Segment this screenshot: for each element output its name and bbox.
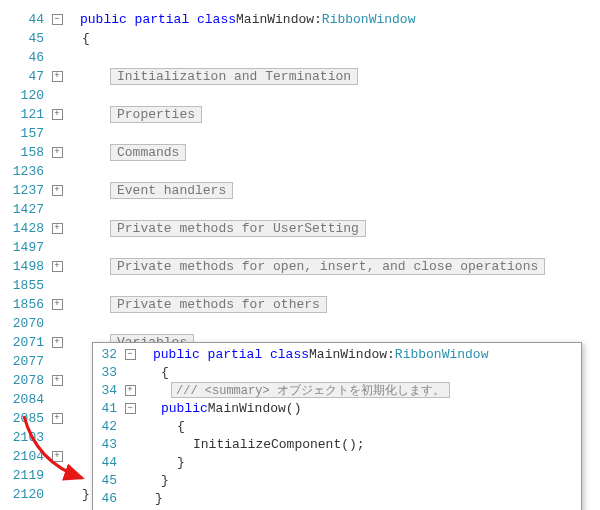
fold-toggle-icon[interactable]: +: [52, 451, 63, 462]
code-line: 1856+Private methods for others: [10, 295, 590, 314]
line-number: 2070: [10, 316, 50, 331]
fold-toggle-icon[interactable]: +: [52, 261, 63, 272]
fold-gutter[interactable]: +: [50, 413, 64, 424]
fold-toggle-icon[interactable]: −: [52, 14, 63, 25]
code-line: 47+Initialization and Termination: [10, 67, 590, 86]
collapsed-region[interactable]: Initialization and Termination: [78, 68, 358, 85]
line-number: 44: [93, 455, 123, 470]
collapsed-region[interactable]: Private methods for others: [78, 296, 327, 313]
open-brace: {: [151, 365, 169, 380]
fold-gutter[interactable]: +: [50, 109, 64, 120]
fold-gutter[interactable]: +: [50, 299, 64, 310]
code-line: 46}: [93, 489, 581, 507]
collapsed-region[interactable]: Event handlers: [78, 182, 233, 199]
fold-gutter[interactable]: +: [123, 385, 137, 396]
code-line: 41−public MainWindow(): [93, 399, 581, 417]
line-number: 45: [10, 31, 50, 46]
close-brace: }: [151, 473, 169, 488]
line-number: 2071: [10, 335, 50, 350]
fold-gutter[interactable]: +: [50, 261, 64, 272]
fold-gutter[interactable]: +: [50, 375, 64, 386]
collapsed-comment[interactable]: /// <summary> オブジェクトを初期化します。: [151, 382, 450, 398]
line-number: 2104: [10, 449, 50, 464]
close-brace: }: [151, 455, 185, 470]
collapsed-region[interactable]: Properties: [78, 106, 202, 123]
collapsed-region[interactable]: Private methods for UserSetting: [78, 220, 366, 237]
line-number: 1855: [10, 278, 50, 293]
line-number: 2119: [10, 468, 50, 483]
constructor-declaration: public MainWindow(): [151, 401, 301, 416]
line-number: 2078: [10, 373, 50, 388]
fold-gutter[interactable]: +: [50, 147, 64, 158]
line-number: 1237: [10, 183, 50, 198]
code-line: 33{: [93, 363, 581, 381]
code-line: 45}: [93, 471, 581, 489]
code-line: 1236: [10, 162, 590, 181]
class-declaration: public partial class MainWindow : Ribbon…: [78, 12, 415, 27]
line-number: 1427: [10, 202, 50, 217]
line-number: 121: [10, 107, 50, 122]
fold-toggle-icon[interactable]: +: [52, 413, 63, 424]
code-preview-popup: 32−public partial class MainWindow : Rib…: [92, 342, 582, 510]
line-number: 46: [10, 50, 50, 65]
collapsed-region[interactable]: Commands: [78, 144, 186, 161]
fold-gutter[interactable]: −: [50, 14, 64, 25]
fold-gutter[interactable]: +: [50, 337, 64, 348]
fold-gutter[interactable]: +: [50, 223, 64, 234]
line-number: 42: [93, 419, 123, 434]
fold-toggle-icon[interactable]: +: [52, 375, 63, 386]
code-line: 44−public partial class MainWindow : Rib…: [10, 10, 590, 29]
code-line: 43InitializeComponent();: [93, 435, 581, 453]
close-brace: }: [151, 491, 163, 506]
fold-gutter[interactable]: +: [50, 451, 64, 462]
fold-gutter[interactable]: −: [123, 403, 137, 414]
line-number: 1498: [10, 259, 50, 274]
code-line: 34+/// <summary> オブジェクトを初期化します。: [93, 381, 581, 399]
class-declaration: public partial class MainWindow : Ribbon…: [151, 347, 488, 362]
fold-toggle-icon[interactable]: −: [125, 403, 136, 414]
code-line: 1428+Private methods for UserSetting: [10, 219, 590, 238]
line-number: 157: [10, 126, 50, 141]
line-number: 2084: [10, 392, 50, 407]
fold-toggle-icon[interactable]: +: [52, 109, 63, 120]
line-number: 2085: [10, 411, 50, 426]
code-line: 158+Commands: [10, 143, 590, 162]
fold-toggle-icon[interactable]: +: [52, 337, 63, 348]
fold-toggle-icon[interactable]: +: [52, 185, 63, 196]
method-call: InitializeComponent();: [151, 437, 365, 452]
fold-toggle-icon[interactable]: +: [52, 299, 63, 310]
code-line: 121+Properties: [10, 105, 590, 124]
line-number: 158: [10, 145, 50, 160]
open-brace: {: [151, 419, 185, 434]
code-line: 1497: [10, 238, 590, 257]
line-number: 47: [10, 69, 50, 84]
code-line: 32−public partial class MainWindow : Rib…: [93, 345, 581, 363]
line-number: 34: [93, 383, 123, 398]
fold-toggle-icon[interactable]: −: [125, 349, 136, 360]
fold-toggle-icon[interactable]: +: [125, 385, 136, 396]
fold-gutter[interactable]: −: [123, 349, 137, 360]
code-line: 1237+Event handlers: [10, 181, 590, 200]
fold-gutter[interactable]: +: [50, 71, 64, 82]
code-line: 157: [10, 124, 590, 143]
line-number: 2120: [10, 487, 50, 502]
code-line: 44}: [93, 453, 581, 471]
fold-toggle-icon[interactable]: +: [52, 223, 63, 234]
fold-gutter[interactable]: +: [50, 185, 64, 196]
code-line: 1427: [10, 200, 590, 219]
code-line: 120: [10, 86, 590, 105]
fold-toggle-icon[interactable]: +: [52, 71, 63, 82]
line-number: 32: [93, 347, 123, 362]
line-number: 1236: [10, 164, 50, 179]
fold-toggle-icon[interactable]: +: [52, 147, 63, 158]
code-line: 46: [10, 48, 590, 67]
code-line: 1498+Private methods for open, insert, a…: [10, 257, 590, 276]
line-number: 1428: [10, 221, 50, 236]
collapsed-region[interactable]: Private methods for open, insert, and cl…: [78, 258, 545, 275]
line-number: 33: [93, 365, 123, 380]
line-number: 1856: [10, 297, 50, 312]
open-brace: {: [78, 31, 90, 46]
code-line: 2070: [10, 314, 590, 333]
line-number: 1497: [10, 240, 50, 255]
line-number: 2077: [10, 354, 50, 369]
